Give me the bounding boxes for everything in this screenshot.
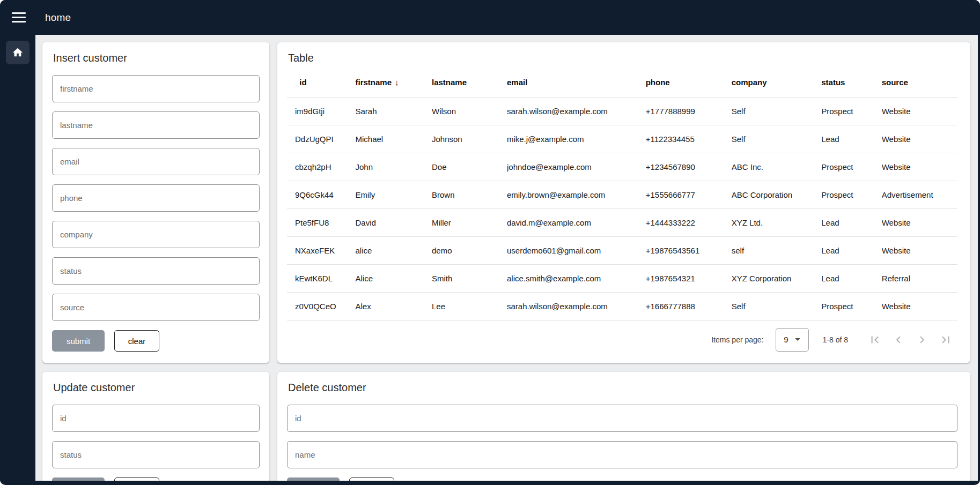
table-card: Table _id firstname↓ lastname email [277, 42, 970, 363]
column-header-source[interactable]: source [882, 68, 957, 97]
cell-source: Website [882, 97, 957, 125]
previous-page-button[interactable] [887, 328, 910, 352]
update-status-input[interactable] [52, 441, 260, 468]
cell-lastname: Miller [432, 208, 507, 236]
cell-company: self [732, 236, 822, 264]
cell-firstname: Alice [355, 264, 431, 292]
cell-email: david.m@example.com [507, 208, 646, 236]
app-window: home Insert customer [0, 0, 980, 485]
cell-email: johndoe@example.com [507, 153, 646, 181]
cell-status: Lead [821, 125, 881, 153]
cell-status: Lead [821, 264, 881, 292]
column-header-firstname-label: firstname [355, 78, 392, 87]
cell-lastname: demo [432, 236, 507, 264]
table-row: cbzqh2pHJohnDoejohndoe@example.com+12345… [287, 153, 957, 181]
page-size-value: 9 [784, 335, 788, 344]
cell-status: Prospect [821, 292, 881, 320]
cell-firstname: David [355, 208, 431, 236]
column-header-id[interactable]: _id [287, 68, 355, 97]
column-header-company[interactable]: company [732, 68, 822, 97]
cell-email: alice.smith@example.com [507, 264, 646, 292]
delete-clear-button[interactable]: clear [349, 477, 394, 481]
cell-lastname: Smith [432, 264, 507, 292]
first-page-icon [868, 333, 882, 347]
cell-status: Lead [821, 236, 881, 264]
cell-company: XYZ Ltd. [732, 208, 822, 236]
update-customer-card: Update customer submit clear [42, 372, 269, 481]
table-body: im9dGtjiSarahWilsonsarah.wilson@example.… [287, 97, 957, 320]
update-clear-button[interactable]: clear [114, 477, 159, 481]
cell-phone: +1555666777 [646, 181, 732, 208]
table-row: Pte5fFU8DavidMillerdavid.m@example.com+1… [287, 208, 957, 236]
cell-company: ABC Corporation [732, 181, 822, 208]
insert-customer-card: Insert customer submit clear [42, 42, 269, 363]
insert-clear-button[interactable]: clear [114, 330, 159, 352]
cell-lastname: Johnson [432, 125, 507, 153]
delete-customer-card: Delete customer submit clear [277, 372, 970, 481]
cell-email: mike.j@example.com [507, 125, 646, 153]
cell-company: Self [732, 125, 822, 153]
cell-id: Pte5fFU8 [287, 208, 355, 236]
cell-lastname: Doe [432, 153, 507, 181]
cell-firstname: Sarah [355, 97, 431, 125]
last-page-button[interactable] [934, 328, 957, 352]
table-row: kEwtK6DLAliceSmithalice.smith@example.co… [287, 264, 957, 292]
cell-phone: +1777888999 [646, 97, 732, 125]
firstname-input[interactable] [52, 75, 260, 102]
column-header-phone[interactable]: phone [646, 68, 732, 97]
cell-id: 9Q6cGk44 [287, 181, 355, 208]
cell-source: Website [882, 208, 957, 236]
source-input[interactable] [52, 294, 260, 321]
cell-lastname: Brown [432, 181, 507, 208]
table-row: im9dGtjiSarahWilsonsarah.wilson@example.… [287, 97, 957, 125]
table-row: z0V0QCeOAlexLeesarah.wilson@example.com+… [287, 292, 957, 320]
delete-submit-button[interactable]: submit [287, 477, 340, 481]
column-header-lastname[interactable]: lastname [432, 68, 507, 97]
update-id-input[interactable] [52, 405, 260, 432]
cell-phone: +19876543561 [646, 236, 732, 264]
cell-source: Website [882, 125, 957, 153]
dropdown-caret-icon [795, 338, 800, 341]
cell-status: Lead [821, 208, 881, 236]
column-header-firstname[interactable]: firstname↓ [355, 68, 431, 97]
sort-desc-icon: ↓ [395, 78, 399, 87]
cell-phone: +1444333222 [646, 208, 732, 236]
status-input[interactable] [52, 257, 260, 285]
page-range-label: 1-8 of 8 [823, 335, 848, 344]
cell-company: XYZ Corporation [732, 264, 822, 292]
column-header-email[interactable]: email [507, 68, 646, 97]
cell-phone: +1666777888 [646, 292, 732, 320]
cell-id: DdzUgQPI [287, 125, 355, 153]
update-submit-button[interactable]: submit [52, 477, 105, 481]
lastname-input[interactable] [52, 111, 260, 139]
cell-firstname: John [355, 153, 431, 181]
update-card-title: Update customer [53, 382, 260, 394]
delete-id-input[interactable] [287, 405, 957, 432]
page-size-select[interactable]: 9 [776, 328, 809, 352]
cell-status: Prospect [821, 181, 881, 208]
items-per-page-label: Items per page: [711, 335, 763, 344]
cell-source: Website [882, 153, 957, 181]
email-input[interactable] [52, 148, 260, 175]
insert-submit-button[interactable]: submit [52, 330, 105, 352]
cell-company: Self [732, 292, 822, 320]
phone-input[interactable] [52, 184, 260, 212]
delete-name-input[interactable] [287, 441, 957, 468]
first-page-button[interactable] [863, 328, 887, 352]
cell-firstname: Michael [355, 125, 431, 153]
cell-firstname: Alex [355, 292, 431, 320]
cell-source: Advertisement [882, 181, 957, 208]
company-input[interactable] [52, 221, 260, 248]
cell-phone: +1234567890 [646, 153, 732, 181]
column-header-status[interactable]: status [821, 68, 881, 97]
cell-company: Self [732, 97, 822, 125]
cell-status: Prospect [821, 97, 881, 125]
menu-toggle-button[interactable] [12, 9, 30, 27]
next-page-button[interactable] [910, 328, 934, 352]
cell-email: sarah.wilson@example.com [507, 292, 646, 320]
cell-status: Prospect [821, 153, 881, 181]
last-page-icon [939, 333, 953, 347]
cell-id: im9dGtji [287, 97, 355, 125]
table-row: DdzUgQPIMichaelJohnsonmike.j@example.com… [287, 125, 957, 153]
sidebar-item-home[interactable] [6, 41, 30, 64]
